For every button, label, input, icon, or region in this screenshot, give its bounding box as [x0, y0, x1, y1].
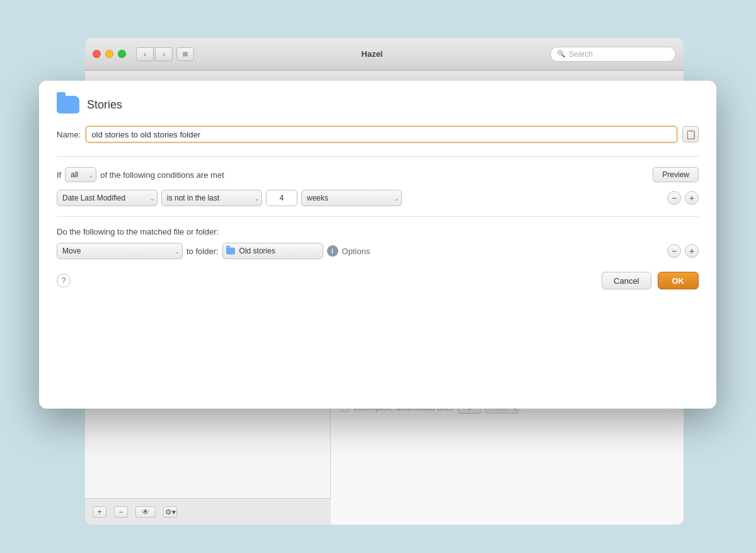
condition-row-1: Date Last Modified Date Created Name Siz… [57, 190, 699, 206]
info-button[interactable]: i [327, 245, 338, 257]
eye-button[interactable]: 👁 [135, 506, 156, 518]
window-title: Hazel [194, 49, 550, 59]
add-condition-button[interactable]: + [685, 191, 699, 205]
if-label: If [57, 170, 61, 180]
search-placeholder: Search [569, 50, 593, 59]
actions-header-label: Do the following to the matched file or … [57, 227, 699, 236]
search-icon: 🔍 [557, 50, 566, 58]
all-any-select[interactable]: all any [65, 167, 96, 182]
condition-attribute-select[interactable]: Date Last Modified Date Created Name Siz… [57, 190, 158, 206]
remove-action-button[interactable]: − [667, 244, 681, 258]
forward-button[interactable]: › [155, 47, 173, 61]
ok-button[interactable]: OK [658, 272, 699, 289]
add-action-button[interactable]: + [685, 244, 699, 258]
dialog-header: Stories [57, 96, 699, 114]
action-verb-select[interactable]: Move Copy Rename Delete [57, 243, 183, 259]
dialog-bottom: ? Cancel OK [57, 272, 699, 289]
operator-select-wrapper: is not in the last is in the last is bef… [161, 190, 262, 206]
nav-buttons: ‹ › [136, 47, 173, 61]
name-row: Name: 📋 [57, 126, 699, 143]
to-folder-label: to folder: [186, 247, 219, 256]
name-icon-button[interactable]: 📋 [682, 126, 699, 143]
action-buttons: − + [667, 244, 699, 258]
action-row-1: Move Copy Rename Delete to folder: Old s… [57, 243, 699, 259]
dialog-action-buttons: Cancel OK [602, 272, 699, 289]
cancel-button[interactable]: Cancel [602, 272, 651, 289]
search-bar[interactable]: 🔍 Search [550, 47, 676, 62]
condition-buttons: − + [667, 191, 699, 205]
traffic-lights [93, 50, 126, 58]
attribute-select-wrapper: Date Last Modified Date Created Name Siz… [57, 190, 158, 206]
close-button[interactable] [93, 50, 101, 58]
add-folder-button[interactable]: + [93, 506, 106, 518]
divider-2 [57, 216, 699, 217]
condition-value-input[interactable] [266, 190, 297, 206]
conditions-label: of the following conditions are met [100, 170, 224, 180]
gear-button[interactable]: ⚙▾ [163, 506, 177, 518]
rule-name-input[interactable] [86, 126, 677, 143]
condition-operator-select[interactable]: is not in the last is in the last is bef… [161, 190, 262, 206]
back-button[interactable]: ‹ [136, 47, 154, 61]
dialog-folder-title: Stories [87, 98, 122, 112]
preview-button[interactable]: Preview [653, 167, 699, 182]
folder-select-wrapper: Old stories [222, 243, 323, 259]
maximize-button[interactable] [118, 50, 126, 58]
dialog-folder-icon [57, 96, 79, 114]
remove-condition-button[interactable]: − [667, 191, 681, 205]
unit-select-wrapper: weeks days months years [301, 190, 402, 206]
rule-editor-dialog: Stories Name: 📋 If all any of the follow… [39, 81, 716, 409]
action-verb-wrapper: Move Copy Rename Delete [57, 243, 183, 259]
dialog-help-button[interactable]: ? [57, 274, 71, 288]
all-select-wrapper: all any [65, 167, 96, 182]
divider-1 [57, 156, 699, 157]
condition-unit-select[interactable]: weeks days months years [301, 190, 402, 206]
folder-toolbar: + − 👁 ⚙▾ [85, 498, 331, 525]
name-label: Name: [57, 130, 81, 139]
options-label: Options [342, 247, 370, 256]
remove-folder-button[interactable]: − [114, 506, 128, 518]
grid-view-button[interactable]: ⊞ [176, 47, 194, 61]
conditions-header: If all any of the following conditions a… [57, 167, 699, 182]
minimize-button[interactable] [105, 50, 113, 58]
target-folder-select[interactable]: Old stories [222, 243, 323, 259]
title-bar: ‹ › ⊞ Hazel 🔍 Search [85, 38, 684, 71]
